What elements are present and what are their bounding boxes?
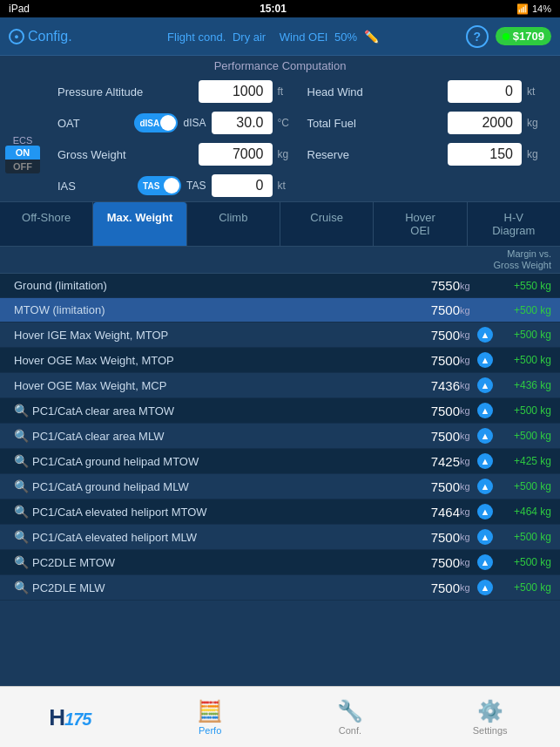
row-unit: kg	[460, 582, 476, 593]
arrow-up-icon[interactable]: ▲	[477, 479, 493, 494]
arrow-up-icon[interactable]: ▲	[477, 403, 493, 418]
price-button[interactable]: $1709	[496, 27, 551, 45]
tab-cruise[interactable]: Cruise	[280, 202, 374, 246]
ecs-section: ECS ON OFF	[0, 132, 45, 177]
row-label: 🔍 PC1/CatA ground helipad MTOW	[14, 454, 381, 468]
tab-hvdiagram[interactable]: H-VDiagram	[468, 202, 560, 246]
reserve-unit: kg	[527, 148, 546, 160]
row-margin: +500 kg	[495, 304, 551, 316]
zoom-icon[interactable]: 🔍	[14, 454, 29, 468]
pencil-icon[interactable]: ✏️	[364, 30, 379, 44]
row-value: 7500	[381, 479, 460, 494]
zoom-icon[interactable]: 🔍	[14, 555, 29, 569]
config-button[interactable]: ● Config.	[9, 29, 87, 44]
arrow-up-icon[interactable]: ▲	[477, 529, 493, 545]
table-row: 🔍 PC1/CatA ground helipad MLW 7500 kg ▲ …	[0, 474, 560, 499]
row-margin: +436 kg	[495, 379, 551, 391]
arrow-up-icon[interactable]: ▲	[477, 377, 493, 393]
arrow-up-icon[interactable]: ▲	[477, 327, 493, 343]
row-margin: +500 kg	[495, 581, 551, 594]
row-label: Hover OGE Max Weight, MTOP	[14, 354, 381, 367]
ias-unit: kt	[278, 180, 297, 192]
wrench-icon: 🔧	[337, 699, 363, 723]
table-row: Hover OGE Max Weight, MCP 7436 kg ▲ +436…	[0, 373, 560, 398]
flight-cond-value[interactable]: Dry air	[233, 31, 266, 44]
arrow-up-icon[interactable]: ▲	[477, 352, 493, 368]
row-value: 7500	[381, 328, 460, 343]
row-unit: kg	[460, 355, 476, 365]
tab-offshore[interactable]: Off-Shore	[0, 202, 93, 246]
total-fuel-cell: Total Fuel 2000 kg	[302, 107, 552, 139]
table-row: Hover IGE Max Weight, MTOP 7500 kg ▲ +50…	[0, 323, 560, 348]
arrow-up-icon[interactable]: ▲	[477, 453, 493, 469]
row-unit: kg	[460, 456, 476, 466]
row-unit: kg	[460, 380, 476, 390]
pressure-altitude-label: Pressure Altitude	[57, 85, 193, 98]
gross-weight-input[interactable]: 7000	[199, 143, 273, 166]
pressure-altitude-unit: ft	[278, 85, 297, 98]
row-unit: kg	[460, 305, 476, 316]
status-bar-time: 15:01	[260, 3, 287, 15]
calculator-icon: 🧮	[197, 699, 223, 723]
reserve-input[interactable]: 150	[448, 143, 522, 166]
table-row: 🔍 PC1/CatA clear area MTOW 7500 kg ▲ +50…	[0, 398, 560, 424]
ecs-on-button[interactable]: ON	[5, 146, 40, 160]
tab-maxweight[interactable]: Max. Weight	[93, 202, 186, 246]
zoom-icon[interactable]: 🔍	[14, 530, 29, 544]
head-wind-label: Head Wind	[307, 85, 443, 98]
bottom-nav-conf[interactable]: 🔧 Conf.	[280, 687, 421, 747]
row-label: 🔍 PC2DLE MTOW	[14, 555, 381, 569]
config-circle-icon: ●	[9, 29, 24, 44]
empty-cell	[302, 170, 552, 201]
wind-oei-value[interactable]: 50%	[334, 31, 357, 44]
arrow-up-container: ▲	[476, 352, 495, 368]
row-value: 7500	[381, 353, 460, 368]
h175-logo: H175	[49, 703, 91, 731]
row-margin: +500 kg	[495, 480, 551, 492]
battery-level: 14%	[532, 3, 551, 14]
arrow-up-icon[interactable]: ▲	[477, 554, 493, 570]
oat-toggle[interactable]: dISA	[134, 113, 178, 132]
zoom-icon[interactable]: 🔍	[14, 404, 29, 418]
top-nav: ● Config. Flight cond. Dry air Wind OEI …	[0, 17, 560, 56]
status-bar: iPad 15:01 📶 14%	[0, 0, 560, 17]
help-button[interactable]: ?	[466, 25, 489, 48]
ecs-off-button[interactable]: OFF	[5, 160, 40, 173]
table-row: MTOW (limitation) 7500 kg +500 kg	[0, 298, 560, 323]
total-fuel-label: Total Fuel	[307, 117, 443, 130]
ias-toggle[interactable]: TAS	[138, 176, 181, 195]
zoom-icon[interactable]: 🔍	[14, 429, 29, 443]
arrow-up-container: ▲	[476, 377, 495, 393]
zoom-icon[interactable]: 🔍	[14, 505, 29, 519]
total-fuel-input[interactable]: 2000	[448, 112, 522, 134]
bottom-nav-settings[interactable]: ⚙️ Settings	[420, 687, 560, 747]
bottom-nav-perfo[interactable]: 🧮 Perfo	[140, 687, 280, 747]
bottom-nav-perfo-label: Perfo	[199, 725, 221, 736]
ias-toggle-label: TAS	[186, 180, 206, 192]
flight-cond-label: Flight cond.	[167, 31, 226, 44]
table-row: 🔍 PC1/CatA elevated heliport MLW 7500 kg…	[0, 525, 560, 550]
oat-input[interactable]: 30.0	[212, 112, 273, 134]
head-wind-input[interactable]: 0	[448, 80, 522, 103]
arrow-up-icon[interactable]: ▲	[477, 580, 493, 595]
tab-climb[interactable]: Climb	[187, 202, 280, 246]
pressure-altitude-input[interactable]: 1000	[199, 80, 273, 103]
row-unit: kg	[460, 405, 476, 416]
zoom-icon[interactable]: 🔍	[14, 581, 29, 594]
config-label: Config.	[28, 29, 72, 44]
table-row: Ground (limitation) 7550 kg +550 kg	[0, 274, 560, 298]
settings-icon: ⚙️	[477, 699, 503, 723]
tab-hoveroei[interactable]: HoverOEI	[374, 202, 467, 246]
row-unit: kg	[460, 481, 476, 492]
table-row: 🔍 PC2DLE MTOW 7500 kg ▲ +500 kg	[0, 550, 560, 575]
arrow-up-container: ▲	[476, 554, 495, 570]
arrow-up-icon[interactable]: ▲	[477, 428, 493, 444]
ias-input[interactable]: 0	[212, 174, 273, 197]
row-label: 🔍 PC2DLE MLW	[14, 581, 381, 594]
zoom-icon[interactable]: 🔍	[14, 479, 29, 493]
table-row: Hover OGE Max Weight, MTOP 7500 kg ▲ +50…	[0, 348, 560, 373]
row-margin: +500 kg	[495, 329, 551, 341]
arrow-up-icon[interactable]: ▲	[477, 504, 493, 520]
row-value: 7550	[381, 278, 460, 293]
arrow-up-container: ▲	[476, 479, 495, 494]
